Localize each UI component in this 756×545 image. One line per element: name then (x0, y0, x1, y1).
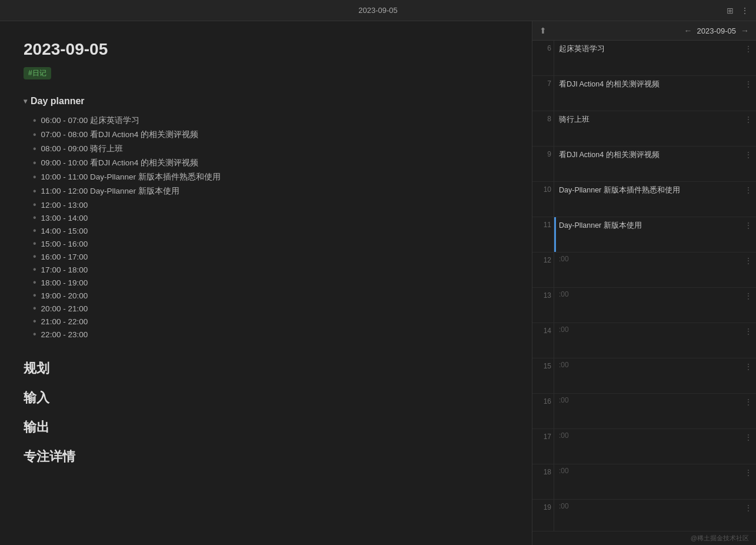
time-row: 18:00⋮ (532, 464, 756, 500)
planner-item[interactable]: 18:00 - 19:00 (33, 276, 508, 289)
top-bar-title: 2023-09-05 (358, 6, 398, 15)
time-label: 14 (532, 323, 554, 358)
more-icon[interactable]: ⋮ (741, 6, 749, 15)
time-row-more-icon[interactable]: ⋮ (744, 79, 752, 89)
time-event: Day-Pllanner 新版本插件熟悉和使用 (559, 184, 751, 197)
planner-item[interactable]: 22:00 - 23:00 (33, 328, 508, 341)
time-row-more-icon[interactable]: ⋮ (744, 221, 752, 230)
time-event: :00 (559, 396, 751, 404)
time-content[interactable]: Day-Pllanner 新版本使用⋮ (554, 217, 756, 252)
time-row: 6起床英语学习⋮ (532, 41, 756, 76)
time-row: 9看DJI Action4 的相关测评视频⋮ (532, 147, 756, 182)
time-event: :00 (559, 502, 751, 510)
time-row: 8骑行上班⋮ (532, 111, 756, 147)
day-planner-header[interactable]: ▾ Day planner (24, 96, 508, 107)
time-row-more-icon[interactable]: ⋮ (744, 362, 752, 371)
time-event: 起床英语学习 (559, 43, 751, 55)
next-arrow[interactable]: → (741, 26, 749, 35)
time-row: 16:00⋮ (532, 394, 756, 429)
export-icon[interactable]: ⬆ (539, 26, 547, 35)
time-row-more-icon[interactable]: ⋮ (744, 44, 752, 54)
planner-item[interactable]: 08:00 - 09:00 骑行上班 (33, 142, 508, 156)
time-event: :00 (559, 290, 751, 298)
time-row: 10Day-Pllanner 新版本插件熟悉和使用⋮ (532, 182, 756, 217)
time-row-more-icon[interactable]: ⋮ (744, 291, 752, 301)
time-content[interactable]: :00⋮ (554, 358, 756, 393)
book-icon[interactable]: ⊞ (727, 6, 734, 15)
planner-item[interactable]: 21:00 - 22:00 (33, 315, 508, 328)
section-title-input: 输入 (24, 389, 508, 407)
time-label: 15 (532, 358, 554, 393)
time-event: 看DJI Action4 的相关测评视频 (559, 149, 751, 161)
time-label: 18 (532, 464, 554, 499)
planner-item[interactable]: 13:00 - 14:00 (33, 211, 508, 224)
section-title-focus: 专注详情 (24, 448, 508, 466)
time-row: 7看DJI Action4 的相关测评视频⋮ (532, 76, 756, 111)
time-row-more-icon[interactable]: ⋮ (744, 115, 752, 124)
right-header-nav: ← 2023-09-05 → (684, 26, 750, 35)
time-event: :00 (559, 467, 751, 475)
time-row: 19:00⋮ (532, 500, 756, 531)
time-row: 17:00⋮ (532, 429, 756, 464)
planner-item[interactable]: 06:00 - 07:00 起床英语学习 (33, 114, 508, 128)
time-row-more-icon[interactable]: ⋮ (744, 256, 752, 265)
time-content[interactable]: :00⋮ (554, 252, 756, 287)
time-row-more-icon[interactable]: ⋮ (744, 468, 752, 477)
time-content[interactable]: 看DJI Action4 的相关测评视频⋮ (554, 76, 756, 111)
timeline: 6起床英语学习⋮7看DJI Action4 的相关测评视频⋮8骑行上班⋮9看DJ… (532, 41, 756, 531)
prev-arrow[interactable]: ← (684, 26, 692, 35)
right-header: ⬆ ← 2023-09-05 → (532, 21, 756, 41)
time-content[interactable]: :00⋮ (554, 429, 756, 464)
time-event: :00 (559, 255, 751, 263)
time-label: 16 (532, 394, 554, 428)
time-content[interactable]: :00⋮ (554, 464, 756, 499)
time-content[interactable]: :00⋮ (554, 288, 756, 323)
time-event: 看DJI Action4 的相关测评视频 (559, 78, 751, 91)
planner-item[interactable]: 16:00 - 17:00 (33, 250, 508, 263)
time-row: 15:00⋮ (532, 358, 756, 394)
time-row-more-icon[interactable]: ⋮ (744, 150, 752, 159)
time-content[interactable]: :00⋮ (554, 500, 756, 531)
planner-item[interactable]: 15:00 - 16:00 (33, 237, 508, 250)
time-label: 10 (532, 182, 554, 217)
time-row-more-icon[interactable]: ⋮ (744, 397, 752, 407)
time-row-more-icon[interactable]: ⋮ (744, 327, 752, 336)
chevron-icon: ▾ (24, 97, 27, 105)
time-content[interactable]: :00⋮ (554, 323, 756, 358)
planner-item[interactable]: 09:00 - 10:00 看DJI Action4 的相关测评视频 (33, 156, 508, 170)
time-content[interactable]: 骑行上班⋮ (554, 111, 756, 146)
time-event: :00 (559, 361, 751, 369)
time-row-more-icon[interactable]: ⋮ (744, 185, 752, 195)
planner-item[interactable]: 14:00 - 15:00 (33, 224, 508, 237)
top-bar-icons: ⊞ ⋮ (727, 6, 749, 15)
time-row: 14:00⋮ (532, 323, 756, 358)
planner-item[interactable]: 20:00 - 21:00 (33, 302, 508, 315)
time-row: 13:00⋮ (532, 288, 756, 323)
section-title-output: 输出 (24, 418, 508, 436)
time-event: :00 (559, 325, 751, 334)
tag-badge[interactable]: #日记 (24, 67, 51, 79)
planner-item[interactable]: 17:00 - 18:00 (33, 263, 508, 276)
time-content[interactable]: 看DJI Action4 的相关测评视频⋮ (554, 147, 756, 181)
planner-item[interactable]: 12:00 - 13:00 (33, 198, 508, 211)
main-layout: 2023-09-05 #日记 ▾ Day planner 06:00 - 07:… (0, 21, 756, 545)
time-label: 13 (532, 288, 554, 323)
time-row: 12:00⋮ (532, 252, 756, 288)
planner-item[interactable]: 07:00 - 08:00 看DJI Action4 的相关测评视频 (33, 128, 508, 142)
time-row: 11Day-Pllanner 新版本使用⋮ (532, 217, 756, 252)
time-label: 6 (532, 41, 554, 75)
planner-item[interactable]: 19:00 - 20:00 (33, 289, 508, 302)
planner-item[interactable]: 11:00 - 12:00 Day-Pllanner 新版本使用 (33, 184, 508, 198)
time-content[interactable]: 起床英语学习⋮ (554, 41, 756, 75)
time-label: 8 (532, 111, 554, 146)
time-content[interactable]: :00⋮ (554, 394, 756, 428)
time-row-more-icon[interactable]: ⋮ (744, 433, 752, 442)
planner-item[interactable]: 10:00 - 11:00 Day-Pllanner 新版本插件熟悉和使用 (33, 170, 508, 184)
planner-list: 06:00 - 07:00 起床英语学习07:00 - 08:00 看DJI A… (24, 114, 508, 341)
time-label: 11 (532, 217, 554, 252)
page-date: 2023-09-05 (24, 40, 508, 59)
time-event: :00 (559, 431, 751, 440)
time-row-more-icon[interactable]: ⋮ (744, 503, 752, 513)
time-content[interactable]: Day-Pllanner 新版本插件熟悉和使用⋮ (554, 182, 756, 217)
right-panel: ⬆ ← 2023-09-05 → 6起床英语学习⋮7看DJI Action4 的… (532, 21, 756, 545)
